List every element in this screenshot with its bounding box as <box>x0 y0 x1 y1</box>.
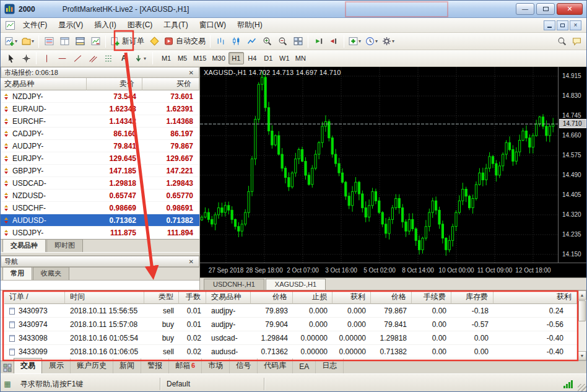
templates-button[interactable]: ▾ <box>380 34 396 49</box>
market-watch-tab[interactable]: 交易品种 <box>2 239 46 252</box>
indicators-button[interactable]: ▾ <box>347 34 363 49</box>
cursor-button[interactable] <box>3 51 18 66</box>
new-chart-button[interactable]: ▾ <box>3 34 19 49</box>
mdi-close-button[interactable]: × <box>570 20 581 30</box>
zoom-in-button[interactable] <box>259 34 274 49</box>
search-button[interactable] <box>554 34 569 49</box>
terminal-tab[interactable]: EA <box>293 360 316 373</box>
timeframe-W1-button[interactable]: W1 <box>277 52 292 64</box>
time-axis[interactable]: 27 Sep 201828 Sep 18:002 Oct 07:003 Oct … <box>200 263 587 277</box>
data-window-toggle-button[interactable] <box>57 34 72 49</box>
terminal-tab[interactable]: 警报 <box>141 359 169 373</box>
close-button[interactable]: ✕ <box>557 3 583 15</box>
navigator-tab[interactable]: 收藏夹 <box>33 267 69 280</box>
strategy-tester-toggle-button[interactable] <box>88 34 103 49</box>
navigator-titlebar[interactable]: 导航 ✕ <box>1 256 199 267</box>
orders-column-header[interactable]: 获利 <box>333 290 371 304</box>
menu-item[interactable]: 工具(T) <box>158 17 193 33</box>
terminal-tab[interactable]: 交易 <box>14 358 42 373</box>
market-watch-row[interactable]: GBPJPY- 147.185 147.221 <box>1 165 199 177</box>
orders-column-header[interactable]: 价格 <box>251 290 293 304</box>
candlestick-chart-button[interactable] <box>228 34 243 49</box>
market-watch-row[interactable]: EURJPY- 129.645 129.667 <box>1 152 199 165</box>
minimize-button[interactable]: — <box>516 3 534 15</box>
metaeditor-button[interactable] <box>147 34 162 49</box>
maximize-button[interactable] <box>536 3 555 15</box>
market-watch-titlebar[interactable]: 市场报价: 0:06:18 ✕ <box>1 67 199 78</box>
chart-tab[interactable]: USDCNH-,H1 <box>204 279 264 290</box>
timeframe-M5-button[interactable]: M5 <box>175 52 190 64</box>
market-watch-row[interactable]: AUDJPY- 79.841 79.867 <box>1 140 199 152</box>
periods-button[interactable]: ▾ <box>363 34 380 49</box>
chart-shift-button[interactable] <box>326 34 341 49</box>
market-watch-row[interactable]: NZDJPY- 73.544 73.601 <box>1 90 199 103</box>
fibonacci-button[interactable] <box>101 51 116 66</box>
terminal-tab[interactable]: 账户历史 <box>71 359 113 373</box>
terminal-tab[interactable]: 信号 <box>230 359 258 373</box>
market-watch-row[interactable]: USDJPY- 111.875 111.894 <box>1 227 199 239</box>
orders-column-header[interactable]: 手数 <box>179 290 206 304</box>
status-profile[interactable]: Default <box>160 378 264 390</box>
scroll-up-icon[interactable]: ▲ <box>578 290 586 300</box>
resize-grip[interactable] <box>578 384 586 392</box>
terminal-tab[interactable]: 展示 <box>43 359 71 373</box>
chart-window[interactable]: XAGUSD-,H1 14.702 14.713 14.697 14.710 1… <box>200 67 587 277</box>
vertical-line-button[interactable] <box>39 51 54 66</box>
price-scale[interactable]: 14.91514.83014.74514.66014.57514.49014.4… <box>558 67 587 263</box>
market-watch-row[interactable]: USDCHF- 0.98669 0.98691 <box>1 202 199 214</box>
terminal-tab[interactable]: 邮箱6 <box>169 359 202 373</box>
close-icon[interactable]: ✕ <box>187 69 196 76</box>
navigator-tab[interactable]: 常用 <box>2 267 32 280</box>
order-row[interactable]: 3433098 2018.10.16 01:05:54 buy 0.02 usd… <box>1 331 577 345</box>
market-watch-row[interactable]: NZDUSD- 0.65747 0.65770 <box>1 189 199 202</box>
orders-column-header[interactable]: 获利 <box>494 290 577 304</box>
crosshair-button[interactable] <box>19 51 33 66</box>
title-bar[interactable]: 2000 ProfitMarketHK-Live2 - [XAGUSD-,H1]… <box>1 1 586 18</box>
orders-column-header[interactable]: 价格 <box>371 290 412 304</box>
community-chat-button[interactable] <box>569 34 584 49</box>
menu-item[interactable]: 文件(F) <box>17 17 53 33</box>
timeframe-H4-button[interactable]: H4 <box>245 52 260 64</box>
text-label-button[interactable]: A <box>116 51 131 66</box>
menu-item[interactable]: 显示(V) <box>53 17 89 33</box>
tile-windows-button[interactable] <box>290 34 305 49</box>
market-watch-column-header[interactable]: 交易品种 <box>1 78 87 90</box>
terminal-scrollbar[interactable]: ▲ ▼ <box>577 290 586 360</box>
close-icon[interactable]: ✕ <box>187 258 196 265</box>
terminal-toggle-button[interactable] <box>72 34 87 49</box>
horizontal-line-button[interactable] <box>54 51 69 66</box>
market-watch-tab[interactable]: 即时图 <box>46 239 83 252</box>
orders-column-header[interactable]: 交易品种 <box>206 290 251 304</box>
auto-scroll-button[interactable] <box>311 34 326 49</box>
bar-chart-button[interactable] <box>213 34 228 49</box>
timeframe-D1-button[interactable]: D1 <box>261 52 276 64</box>
timeframe-MN-button[interactable]: MN <box>293 52 308 64</box>
orders-column-header[interactable]: 库存费 <box>451 290 494 304</box>
menu-item[interactable]: 窗口(W) <box>194 17 232 33</box>
timeframe-H1-button[interactable]: H1 <box>228 52 244 64</box>
terminal-tab[interactable]: 日志 <box>316 359 344 373</box>
order-row[interactable]: 3433099 2018.10.16 01:06:05 sell 0.02 au… <box>1 345 577 359</box>
market-watch-row[interactable]: EURAUD- 1.62343 1.62391 <box>1 103 199 115</box>
arrows-button[interactable]: ▾ <box>132 51 148 66</box>
order-row[interactable]: 3430974 2018.10.11 15:57:08 buy 0.01 aud… <box>1 318 577 331</box>
order-row[interactable]: 3430973 2018.10.11 15:56:55 sell 0.01 au… <box>1 304 577 318</box>
terminal-tab[interactable]: 新闻 <box>113 359 141 373</box>
trendline-button[interactable] <box>70 51 85 66</box>
orders-column-header[interactable]: 止损 <box>293 290 333 304</box>
timeframe-M1-button[interactable]: M1 <box>159 52 174 64</box>
menu-item[interactable]: 帮助(H) <box>232 17 268 33</box>
market-watch-row[interactable]: CADJPY- 86.160 86.197 <box>1 128 199 140</box>
line-chart-button[interactable] <box>244 34 259 49</box>
orders-column-header[interactable]: 类型 <box>144 290 179 304</box>
profiles-button[interactable]: ▾ <box>20 34 36 49</box>
market-watch-row[interactable]: USDCAD- 1.29818 1.29843 <box>1 177 199 189</box>
orders-column-header[interactable]: 时间 <box>65 290 144 304</box>
terminal-tab[interactable]: 市场 <box>202 359 230 373</box>
orders-column-header[interactable]: 手续费 <box>412 290 451 304</box>
new-order-button[interactable]: 新订单 <box>108 34 146 49</box>
orders-column-header[interactable]: 订单 / <box>4 290 65 304</box>
timeframe-M30-button[interactable]: M30 <box>209 52 227 64</box>
market-watch-column-header[interactable]: 卖价 <box>87 78 142 90</box>
market-watch-column-header[interactable]: 买价 <box>142 78 199 90</box>
